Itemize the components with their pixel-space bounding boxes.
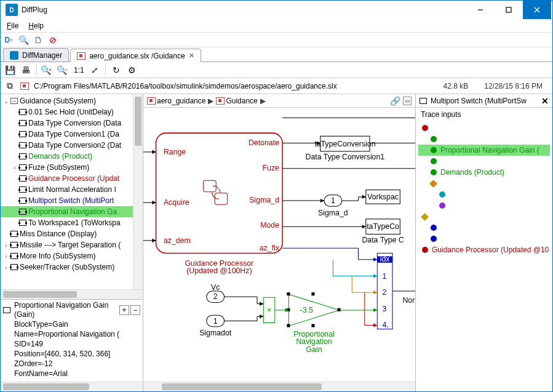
right-panel: Multiport Switch (MultiPortSw ✕ Trace in…	[416, 94, 552, 391]
simulink-icon	[216, 97, 225, 105]
diff-icon[interactable]: D±	[3, 34, 14, 46]
svg-text:1: 1	[213, 317, 218, 326]
fit-icon[interactable]: ⤢	[89, 65, 100, 76]
breadcrumb-item[interactable]: aero_guidance	[147, 97, 205, 105]
hscrollbar[interactable]	[1, 382, 143, 391]
property-row[interactable]: BlockType=Gain	[14, 320, 140, 330]
svg-rect-82	[311, 324, 314, 327]
trace-bullet-icon	[429, 180, 437, 188]
workarea: ⌄Guidance (SubSystem)0.01 Sec Hold (Unit…	[1, 94, 552, 391]
trace-item[interactable]	[418, 122, 550, 134]
tree-item-label: Data Type Conversion1 (Da	[28, 130, 119, 138]
zoom-out-icon[interactable]: 🔍−	[58, 65, 69, 76]
model-icon[interactable]	[19, 81, 30, 92]
property-row[interactable]: Name=Proportional Navigation (	[14, 330, 140, 340]
trace-item[interactable]	[418, 222, 550, 233]
tree-item-label: To Workspace1 (ToWorkspa	[28, 218, 121, 227]
svg-text:Detonate: Detonate	[249, 138, 279, 147]
trace-item-label: Guidance Processor (Updated @10	[432, 246, 549, 254]
block-icon	[10, 242, 18, 248]
trace-item[interactable]	[418, 189, 550, 200]
tab-close-icon[interactable]: ✕	[189, 52, 194, 60]
trace-bullet-icon	[439, 202, 445, 209]
tree-item[interactable]: ›Seeker/Tracker (SubSystem)	[1, 262, 143, 273]
subsystem-icon	[10, 98, 18, 104]
cancel-icon[interactable]: ⊘	[47, 34, 58, 46]
scrollbar-thumb[interactable]	[3, 383, 89, 390]
block-icon	[19, 175, 26, 182]
tree-item[interactable]: Proportional Navigation Ga	[1, 206, 143, 217]
expand-icon[interactable]: ›	[2, 242, 10, 249]
property-row[interactable]: ZOrder=-12	[14, 359, 140, 369]
scrollbar-thumb[interactable]	[162, 383, 322, 390]
trace-bullet-icon	[422, 247, 428, 253]
link-icon[interactable]: 🔗	[390, 96, 400, 106]
app-icon: D	[6, 4, 18, 16]
trace-item[interactable]	[418, 211, 550, 222]
breadcrumb-item[interactable]: Guidance	[216, 97, 257, 105]
zoom-in-icon[interactable]: 🔍+	[42, 65, 53, 76]
tree-item[interactable]: Limit Normal Acceleration I	[1, 184, 143, 195]
tree-item[interactable]: Miss Distance (Display)	[1, 228, 143, 239]
tab-guidance[interactable]: aero_guidance.slx /Guidance ✕	[70, 49, 201, 62]
minimize-button[interactable]	[466, 1, 495, 19]
scrollbar-thumb[interactable]	[135, 97, 141, 146]
expand-all-button[interactable]: +	[119, 305, 129, 315]
maximize-button[interactable]	[495, 1, 523, 19]
trace-item[interactable]	[418, 200, 550, 211]
tree-item[interactable]: Data Type Conversion1 (Da	[1, 129, 143, 140]
document-icon[interactable]: 🗋	[33, 34, 44, 46]
tab-diffmanager[interactable]: DiffManager	[3, 48, 69, 62]
expand-icon[interactable]: ›	[10, 164, 19, 171]
search-icon[interactable]: 🔍	[18, 34, 29, 46]
print-icon[interactable]: 🖶	[20, 65, 31, 76]
refresh-icon[interactable]: ↻	[111, 65, 122, 76]
tree-item[interactable]: Guidance Processor (Updat	[1, 173, 143, 184]
trace-item[interactable]	[418, 178, 550, 189]
tree-item[interactable]: ⌄Guidance (SubSystem)	[1, 95, 143, 106]
trace-item[interactable]: Guidance Processor (Updated @10	[418, 244, 550, 255]
hscrollbar[interactable]	[1, 289, 143, 299]
window-buttons	[466, 1, 551, 19]
tree-item[interactable]: Demands (Product)	[1, 151, 143, 162]
collapse-all-button[interactable]: −	[130, 305, 140, 315]
trace-list[interactable]: Proportional Navigation Gain (Demands (P…	[416, 121, 552, 391]
svg-rect-1	[506, 7, 511, 12]
trace-item[interactable]	[418, 156, 550, 167]
diagram-canvas[interactable]: Range Acquire az_dem Detonate Fuze Sigma…	[143, 108, 415, 382]
menu-help[interactable]: Help	[25, 20, 47, 31]
svg-text:Vorkspac: Vorkspac	[367, 193, 399, 201]
tree-item[interactable]: ›More Info (SubSystem)	[1, 250, 143, 262]
expand-icon[interactable]: ⌄	[2, 98, 10, 105]
property-row[interactable]: FontName=Arial	[14, 369, 140, 379]
tree-item[interactable]: ›Fuze (SubSystem)	[1, 162, 143, 173]
tree-item[interactable]: ›Missile ---> Target Separation (	[1, 239, 143, 250]
trace-item[interactable]	[418, 233, 550, 244]
trace-item[interactable]: Demands (Product)	[418, 167, 550, 178]
save-icon[interactable]: 💾	[4, 65, 15, 76]
menu-file[interactable]: File	[3, 20, 22, 31]
hscrollbar[interactable]	[143, 382, 415, 391]
close-button[interactable]	[523, 1, 551, 19]
trace-item[interactable]: Proportional Navigation Gain (	[418, 145, 550, 156]
property-row[interactable]: Position=[460, 314, 520, 366]	[14, 350, 140, 359]
expand-icon[interactable]: ›	[2, 264, 10, 271]
svg-text:taTypeCo: taTypeCo	[367, 222, 399, 231]
close-panel-icon[interactable]: ✕	[541, 96, 549, 106]
tree-item[interactable]: Data Type Conversion (Data	[1, 118, 143, 129]
open-icon[interactable]: ⧉	[4, 81, 15, 92]
svg-marker-35	[320, 199, 324, 202]
close-panel-icon[interactable]: ▭	[403, 97, 412, 105]
tree-item[interactable]: Multiport Switch (MultiPort	[1, 195, 143, 206]
trace-item[interactable]	[418, 134, 550, 145]
tree-item[interactable]: To Workspace1 (ToWorkspa	[1, 217, 143, 228]
scrollbar-thumb[interactable]	[3, 291, 77, 298]
vscrollbar[interactable]	[133, 94, 143, 289]
property-row[interactable]: SID=149	[14, 340, 140, 350]
tree-item[interactable]: 0.01 Sec Hold (UnitDelay)	[1, 106, 143, 118]
zoom-ratio[interactable]: 1:1	[74, 66, 84, 74]
model-tree[interactable]: ⌄Guidance (SubSystem)0.01 Sec Hold (Unit…	[1, 94, 143, 289]
settings-icon[interactable]: ⚙	[127, 65, 138, 76]
tree-item[interactable]: Data Type Conversion2 (Dat	[1, 140, 143, 151]
expand-icon[interactable]: ›	[2, 253, 10, 260]
